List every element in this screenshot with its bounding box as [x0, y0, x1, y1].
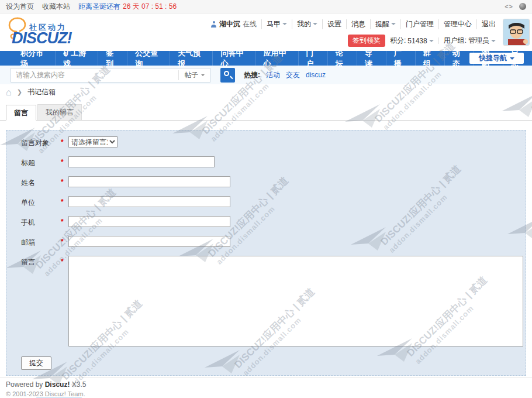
menu-item-admin-center[interactable]: 管理中心 [439, 19, 477, 29]
countdown-label: 距离圣诞还有 [78, 2, 120, 12]
required-mark: * [61, 216, 68, 226]
field-label: 手机 [21, 216, 61, 228]
submit-button[interactable]: 提交 [21, 356, 51, 370]
nav-item-qa-center[interactable]: 问答中心 [212, 51, 255, 66]
topbar: 设为首页 收藏本站 距离圣诞还有 26 天 07 : 51 : 56 <> [0, 0, 532, 13]
field-label: 留言对象 [21, 136, 61, 148]
form-row-title: 标题 * [6, 156, 526, 168]
form-row-unit: 单位 * [6, 196, 526, 208]
countdown-value: 26 天 07 : 51 : 56 [123, 2, 177, 12]
field-label: 姓名 [21, 176, 61, 188]
search-box: 帖子 [11, 68, 210, 83]
form-row-target: 留言对象 * 请选择留言对象 [6, 136, 526, 148]
required-mark: * [61, 136, 68, 146]
hot-search-label: 热搜: [244, 70, 260, 80]
footer: Powered by Discuz! X3.5 © 2001-2023 Disc… [0, 377, 532, 398]
caret-down-icon [429, 40, 434, 42]
tab-message[interactable]: 留言 [6, 105, 36, 121]
required-mark: * [61, 236, 68, 246]
username-link[interactable]: 湖中沉 在线 [210, 19, 262, 29]
site-logo[interactable]: 社区动力 DISCUZ! [7, 15, 101, 49]
caret-down-icon [491, 40, 496, 42]
tab-bar: 留言 我的留言 [0, 104, 532, 121]
credits-link[interactable]: 积分: 51438 [390, 36, 434, 46]
theme-sphere-icon[interactable] [519, 3, 526, 10]
divider [438, 37, 439, 44]
nav-item-forum[interactable]: 论坛 [327, 51, 357, 66]
nav-item-weather[interactable]: 天气预报 [170, 51, 212, 66]
field-label: 邮箱 [21, 236, 61, 248]
nav-item-groups[interactable]: 群组 [415, 51, 444, 66]
search-button[interactable] [220, 68, 235, 83]
menu-item-logout[interactable]: 退出 [477, 19, 496, 29]
caret-down-icon [510, 57, 514, 60]
signin-reward-badge[interactable]: 签到领奖 [348, 35, 385, 47]
menu-item-sockpuppet[interactable]: 马甲 [262, 19, 292, 29]
code-icon[interactable]: <> [505, 3, 513, 10]
menu-item-settings[interactable]: 设置 [323, 19, 347, 29]
name-field[interactable] [68, 176, 230, 187]
hot-link-friends[interactable]: 交友 [286, 70, 300, 80]
tab-my-messages[interactable]: 我的留言 [37, 104, 82, 120]
required-mark: * [61, 156, 68, 166]
message-textarea[interactable] [68, 256, 523, 346]
caret-down-icon [391, 23, 396, 25]
main-nav: 积分市场 矿工游戏 签到 公交查询 天气预报 问答中心 应用中心 门户 论坛 导… [0, 51, 532, 66]
favorite-link[interactable]: 收藏本站 [42, 2, 70, 12]
nav-item-broadcast[interactable]: 广播 [386, 51, 415, 66]
breadcrumb-separator: ❯ [17, 88, 22, 96]
search-icon [224, 71, 229, 76]
email-field[interactable] [68, 236, 230, 247]
nav-item-signin[interactable]: 签到 [98, 51, 127, 66]
title-field[interactable] [68, 156, 215, 167]
nav-item-points-market[interactable]: 积分市场 [13, 51, 55, 66]
menu-item-notifications[interactable]: 提醒 [371, 19, 401, 29]
header: 社区动力 DISCUZ! 湖中沉 在线 马甲 我的 设置 消息 提醒 门户管理 … [0, 13, 532, 51]
form-row-name: 姓名 * [6, 176, 526, 188]
discuz-link[interactable]: Discuz! [45, 380, 70, 389]
nav-item-app-center[interactable]: 应用中心 [255, 51, 298, 66]
nav-item-miner-game[interactable]: 矿工游戏 [55, 51, 98, 66]
menu-item-messages[interactable]: 消息 [347, 19, 371, 29]
copyright: © 2001-2023 Discuz! Team. [6, 390, 86, 397]
avatar[interactable] [503, 19, 530, 46]
usergroup-link[interactable]: 用户组: 管理员 [444, 36, 496, 46]
menu-item-portal-admin[interactable]: 门户管理 [401, 19, 439, 29]
nav-item-bus-query[interactable]: 公交查询 [127, 51, 170, 66]
nav-item-guide[interactable]: 导读 [357, 51, 386, 66]
unit-field[interactable] [68, 196, 230, 207]
powered-by: Powered by Discuz! X3.5 [6, 380, 86, 389]
message-form-panel: 留言对象 * 请选择留言对象 标题 * 姓名 * 单位 * 手机 * 邮箱 * … [6, 130, 526, 376]
set-home-link[interactable]: 设为首页 [6, 2, 34, 12]
caret-down-icon [313, 23, 317, 25]
caret-down-icon [282, 23, 287, 25]
message-target-select[interactable]: 请选择留言对象 [68, 136, 118, 147]
breadcrumb-page: 书记信箱 [27, 87, 56, 97]
person-icon [210, 21, 217, 28]
nav-item-portal[interactable]: 门户 [298, 51, 327, 66]
logo-title: DISCUZ! [12, 29, 72, 47]
hot-link-activity[interactable]: 活动 [266, 70, 280, 80]
field-label: 留言 [21, 256, 61, 267]
required-mark: * [61, 176, 68, 186]
form-row-message: 留言 * [6, 256, 526, 346]
required-mark: * [61, 196, 68, 206]
breadcrumb: ⌂ ❯ 书记信箱 [0, 84, 532, 100]
home-icon[interactable]: ⌂ [6, 88, 12, 97]
hot-link-discuz[interactable]: discuz [306, 71, 326, 79]
search-type-dropdown[interactable]: 帖子 [178, 70, 210, 80]
field-label: 标题 [21, 156, 61, 168]
form-row-email: 邮箱 * [6, 236, 526, 248]
caret-down-icon [201, 74, 205, 76]
form-row-phone: 手机 * [6, 216, 526, 228]
user-block: 湖中沉 在线 马甲 我的 设置 消息 提醒 门户管理 管理中心 退出 签到领奖 … [210, 18, 496, 47]
menu-item-mine[interactable]: 我的 [292, 19, 323, 29]
search-input[interactable] [11, 69, 178, 81]
field-label: 单位 [21, 196, 61, 208]
quick-nav-button[interactable]: 快捷导航 [469, 53, 524, 64]
required-mark: * [61, 256, 68, 266]
phone-field[interactable] [68, 216, 230, 227]
